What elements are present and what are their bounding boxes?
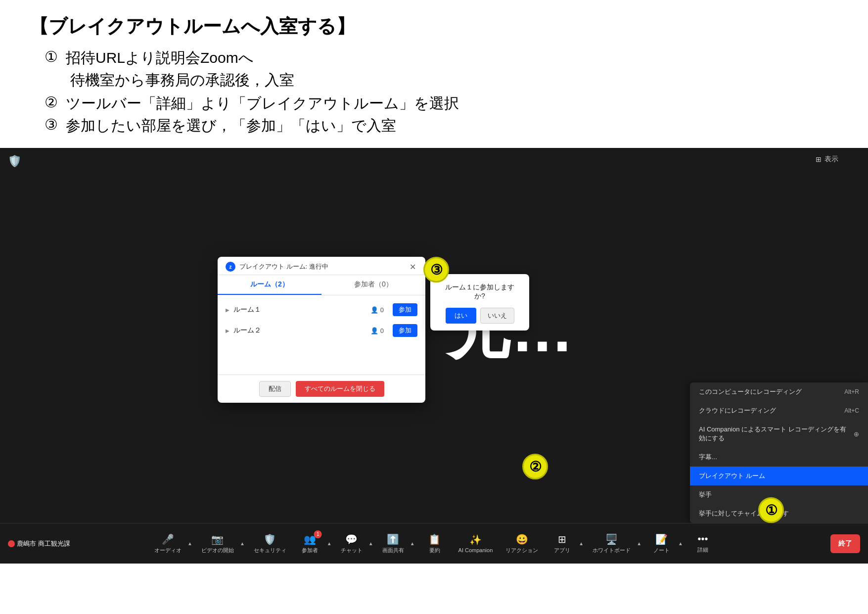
audio-button[interactable]: 🎤 オーディオ bbox=[149, 530, 186, 557]
step-2-num: ② bbox=[45, 94, 58, 114]
instruction-area: 【ブレイクアウトルームへ入室する】 ① 招待URLより説明会Zoomへ 待機室か… bbox=[0, 0, 868, 148]
room-2-right: 👤 0 参加 bbox=[370, 324, 417, 337]
breakout-footer: 配信 すべてのルームを閉じる bbox=[218, 375, 425, 403]
step-2: ② ツールバー「詳細」より「ブレイクアウトルーム」を選択 bbox=[45, 94, 838, 114]
whiteboard-icon: 🖥️ bbox=[605, 533, 618, 545]
room-2-arrow: ▶ bbox=[226, 328, 229, 333]
video-button[interactable]: 📷 ビデオの開始 bbox=[196, 530, 239, 557]
audio-caret[interactable]: ▲ bbox=[186, 539, 193, 548]
breakout-dialog-title: ブレイクアウト ルーム: 進行中 bbox=[239, 262, 328, 271]
menu-item-record-cloud[interactable]: クラウドにレコーディング Alt+C bbox=[690, 401, 868, 420]
notes-button[interactable]: 📝 ノート bbox=[645, 530, 677, 557]
grid-icon: ⊞ bbox=[816, 155, 822, 163]
step-2-text: ツールバー「詳細」より「ブレイクアウトルーム」を選択 bbox=[66, 94, 459, 114]
chat-icon: 💬 bbox=[345, 533, 358, 545]
badge-3: ③ bbox=[423, 257, 449, 283]
apps-icon: ⊞ bbox=[558, 533, 566, 545]
whiteboard-label: ホワイトボード bbox=[593, 547, 631, 554]
video-label: ビデオの開始 bbox=[201, 547, 234, 554]
menu-item-raise-hand-label: 挙手 bbox=[699, 490, 712, 499]
breakout-dialog: z ブレイクアウト ルーム: 進行中 ✕ ルーム（2） 参加者（0） ▶ ルーム… bbox=[218, 257, 425, 403]
notes-button-group: 📝 ノート ▲ bbox=[645, 530, 684, 557]
menu-item-ai-smart-recording[interactable]: AI Companion によるスマート レコーディングを有効にする ⊕ bbox=[690, 420, 868, 448]
whiteboard-button[interactable]: 🖥️ ホワイトボード bbox=[588, 530, 636, 557]
menu-item-record-cloud-shortcut: Alt+C bbox=[844, 407, 859, 414]
join-confirm-popup: ルーム１に参加しますか? はい いいえ bbox=[430, 274, 529, 331]
participants-button[interactable]: 👥 参加者 1 bbox=[294, 530, 326, 557]
apps-label: アプリ bbox=[554, 547, 570, 554]
toolbar-center: 🎤 オーディオ ▲ 📷 ビデオの開始 ▲ 🛡️ セキュリティ bbox=[149, 530, 719, 557]
more-label: 詳細 bbox=[697, 546, 708, 554]
apps-button[interactable]: ⊞ アプリ bbox=[546, 530, 578, 557]
confirm-yes-button[interactable]: はい bbox=[446, 308, 476, 324]
whiteboard-caret[interactable]: ▲ bbox=[636, 539, 642, 548]
video-caret[interactable]: ▲ bbox=[239, 539, 246, 548]
room-1-left: ▶ ルーム１ bbox=[226, 305, 261, 314]
tab-rooms[interactable]: ルーム（2） bbox=[218, 275, 321, 295]
participants-caret[interactable]: ▲ bbox=[326, 539, 333, 548]
security-button[interactable]: 🛡️ セキュリティ bbox=[249, 530, 291, 557]
chat-caret[interactable]: ▲ bbox=[367, 539, 374, 548]
step-3-num: ③ bbox=[45, 116, 58, 136]
menu-item-record-cloud-label: クラウドにレコーディング bbox=[699, 406, 776, 415]
notes-icon: 📝 bbox=[655, 533, 668, 545]
room-1-join-button[interactable]: 参加 bbox=[393, 303, 417, 316]
room-1-name: ルーム１ bbox=[233, 305, 261, 314]
room-2-left: ▶ ルーム２ bbox=[226, 326, 261, 335]
audio-button-group: 🎤 オーディオ ▲ bbox=[149, 530, 193, 557]
ai-companion-button[interactable]: ✨ AI Companion bbox=[454, 531, 498, 556]
instruction-title: 【ブレイクアウトルームへ入室する】 bbox=[30, 14, 838, 39]
video-icon: 📷 bbox=[211, 533, 224, 545]
menu-item-record-local-label: このコンピュータにレコーディング bbox=[699, 387, 802, 396]
badge-1: ① bbox=[758, 497, 784, 523]
step-3: ③ 参加したい部屋を選び，「参加」「はい」で入室 bbox=[45, 116, 838, 136]
chat-button-group: 💬 チャット ▲ bbox=[336, 530, 374, 557]
toolbar-right: 終了 bbox=[826, 534, 860, 553]
breakout-room-list: ▶ ルーム１ 👤 0 参加 ▶ ルーム２ 👤 0 参加 bbox=[218, 295, 425, 375]
join-confirm-buttons: はい いいえ bbox=[441, 308, 518, 324]
summary-button[interactable]: 📋 要約 bbox=[419, 530, 451, 557]
share-button[interactable]: ⬆️ 画面共有 bbox=[377, 530, 409, 557]
room-2-join-button[interactable]: 参加 bbox=[393, 324, 417, 337]
audio-label: オーディオ bbox=[154, 547, 182, 554]
reaction-label: リアクション bbox=[505, 547, 538, 554]
step-1-text: 招待URLより説明会Zoomへ bbox=[66, 48, 254, 68]
tab-participants[interactable]: 参加者（0） bbox=[321, 275, 425, 295]
menu-item-record-local[interactable]: このコンピュータにレコーディング Alt+R bbox=[690, 382, 868, 401]
share-icon: ⬆️ bbox=[387, 533, 399, 545]
summary-label: 要約 bbox=[429, 547, 440, 554]
chat-label: チャット bbox=[341, 547, 363, 554]
close-all-button[interactable]: すべてのルームを閉じる bbox=[296, 381, 384, 397]
room-1-right: 👤 0 参加 bbox=[370, 303, 417, 316]
notes-label: ノート bbox=[653, 547, 670, 554]
step-1-num: ① bbox=[45, 48, 58, 68]
share-button-group: ⬆️ 画面共有 ▲ bbox=[377, 530, 416, 557]
ai-label: AI Companion bbox=[458, 547, 493, 553]
view-button[interactable]: ⊞ 表示 bbox=[816, 155, 838, 164]
room-2-count: 👤 0 bbox=[370, 327, 384, 334]
menu-item-captions[interactable]: 字幕... bbox=[690, 448, 868, 467]
breakout-dialog-title-row: z ブレイクアウト ルーム: 進行中 bbox=[226, 262, 328, 272]
breakout-close-button[interactable]: ✕ bbox=[408, 262, 417, 272]
room-2-name: ルーム２ bbox=[233, 326, 261, 335]
chat-button[interactable]: 💬 チャット bbox=[336, 530, 367, 557]
participant-name: 鹿嶋市 商工観光課 bbox=[17, 539, 70, 548]
zoom-area: 🛡️ ⊞ 表示 鹿嶋 光... z ブレイクアウト ルーム: 進行中 ✕ ルーム… bbox=[0, 148, 868, 564]
whiteboard-button-group: 🖥️ ホワイトボード ▲ bbox=[588, 530, 642, 557]
apps-caret[interactable]: ▲ bbox=[578, 539, 585, 548]
zoom-logo: z bbox=[226, 262, 235, 272]
step-1-sub: 待機室から事務局の承認後，入室 bbox=[45, 70, 838, 91]
reaction-button[interactable]: 😀 リアクション bbox=[501, 530, 543, 557]
end-button[interactable]: 終了 bbox=[830, 534, 860, 553]
join-confirm-text: ルーム１に参加しますか? bbox=[441, 283, 518, 301]
menu-item-breakout[interactable]: ブレイクアウト ルーム bbox=[690, 467, 868, 485]
share-caret[interactable]: ▲ bbox=[409, 539, 416, 548]
apps-button-group: ⊞ アプリ ▲ bbox=[546, 530, 585, 557]
more-button[interactable]: ••• 詳細 bbox=[687, 530, 719, 557]
toolbar-left: 鹿嶋市 商工観光課 bbox=[8, 539, 70, 548]
room-item-1: ▶ ルーム１ 👤 0 参加 bbox=[218, 299, 425, 320]
reaction-icon: 😀 bbox=[516, 533, 528, 545]
confirm-no-button[interactable]: いいえ bbox=[480, 308, 514, 324]
broadcast-button[interactable]: 配信 bbox=[259, 381, 291, 397]
notes-caret[interactable]: ▲ bbox=[677, 539, 684, 548]
